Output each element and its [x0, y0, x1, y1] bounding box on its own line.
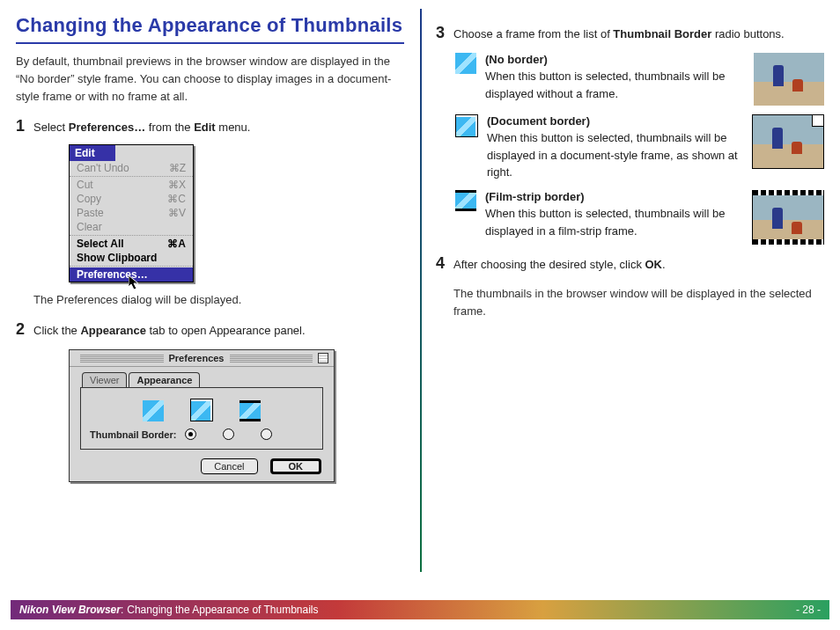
step-3: 3 Choose a frame from the list of Thumbn…	[436, 21, 824, 46]
ok-button: OK	[270, 458, 322, 474]
sample-none-image	[754, 53, 824, 106]
style-none-desc: When this button is selected, thumbnails…	[485, 68, 740, 102]
thumb-preview-none-icon	[143, 400, 164, 421]
right-column: 3 Choose a frame from the list of Thumbn…	[420, 14, 824, 593]
step-1-number: 1	[16, 114, 33, 139]
step-4-text: After choosing the desired style, click …	[453, 256, 824, 274]
thumbnail-border-label: Thumbnail Border:	[90, 429, 176, 440]
tab-appearance: Appearance	[129, 372, 200, 387]
svg-marker-0	[129, 275, 138, 289]
footer-page-number: - 28 -	[796, 604, 821, 616]
step-2-number: 2	[16, 318, 33, 342]
window-collapse-icon	[318, 353, 328, 363]
column-divider	[420, 9, 422, 572]
style-document-border: (Document border) When this button is se…	[455, 113, 824, 181]
step-4-number: 4	[436, 252, 453, 276]
thumbnail-border-bold: Thumbnail Border	[613, 27, 711, 40]
menu-paste: Paste⌘V	[70, 206, 193, 220]
intro-text: By default, thumbnail previews in the br…	[16, 53, 404, 106]
menu-show-clipboard: Show Clipboard	[70, 251, 193, 265]
footer-title: Changing the Appearance of Thumbnails	[127, 604, 318, 616]
step-2-text: Click the Appearance tab to open Appeara…	[33, 322, 404, 340]
style-film-desc: When this button is selected, thumbnails…	[485, 205, 738, 239]
thumb-preview-doc-icon	[190, 399, 213, 421]
step-1-text: Select Preferences… from the Edit menu.	[33, 119, 404, 136]
radio-document-border	[223, 429, 234, 440]
ok-bold: OK	[645, 258, 663, 271]
edit-bold: Edit	[194, 121, 216, 134]
prefs-panel: Thumbnail Border:	[80, 387, 323, 450]
style-film-name: (Film-strip border)	[485, 188, 738, 206]
thumb-preview-film-icon	[239, 400, 261, 421]
step-3-number: 3	[436, 21, 453, 46]
style-doc-icon	[455, 114, 478, 137]
footer-product: Nikon View Browser	[19, 604, 121, 616]
sample-doc-image	[752, 114, 824, 169]
menu-copy: Copy⌘C	[70, 192, 193, 206]
sample-film-image	[752, 190, 824, 245]
menu-select-all: Select All⌘A	[70, 237, 193, 251]
style-no-border: (No border) When this button is selected…	[455, 51, 824, 106]
page-footer: Nikon View Browser : Changing the Appear…	[11, 600, 829, 619]
prefs-titlebar: Preferences	[70, 350, 334, 367]
radio-no-border	[185, 429, 196, 440]
style-filmstrip-border: (Film-strip border) When this button is …	[455, 188, 824, 245]
footer-sep: :	[121, 604, 123, 616]
menu-cut: Cut⌘X	[70, 178, 193, 192]
edit-menu-screenshot: Edit Can't Undo⌘Z Cut⌘X Copy⌘C Paste⌘V C…	[69, 144, 194, 282]
style-doc-name: (Document border)	[487, 113, 738, 130]
cancel-button: Cancel	[201, 458, 257, 474]
style-doc-desc: When this button is selected, thumbnails…	[487, 129, 738, 181]
menu-clear: Clear	[70, 220, 193, 234]
step-3-text: Choose a frame from the list of Thumbnai…	[453, 26, 824, 43]
preferences-dialog-screenshot: Preferences Viewer Appearance Thumbnail …	[69, 349, 335, 482]
left-column: Changing the Appearance of Thumbnails By…	[16, 14, 420, 593]
preferences-bold: Preferences…	[69, 121, 145, 134]
tab-viewer: Viewer	[82, 372, 127, 387]
style-none-icon	[455, 53, 476, 74]
style-film-icon	[455, 190, 476, 211]
prefs-title: Preferences	[169, 353, 225, 363]
menu-undo: Can't Undo⌘Z	[70, 161, 193, 175]
step-1-result: The Preferences dialog will be displayed…	[33, 291, 404, 309]
page-body: Changing the Appearance of Thumbnails By…	[0, 0, 840, 593]
radio-filmstrip-border	[261, 429, 272, 440]
appearance-bold: Appearance	[80, 324, 145, 337]
step-2: 2 Click the Appearance tab to open Appea…	[16, 318, 404, 342]
section-title: Changing the Appearance of Thumbnails	[16, 14, 404, 44]
style-none-name: (No border)	[485, 51, 740, 69]
step-4: 4 After choosing the desired style, clic…	[436, 252, 824, 276]
step-1: 1 Select Preferences… from the Edit menu…	[16, 114, 404, 139]
edit-menu-title: Edit	[70, 145, 115, 161]
step-4-result: The thumbnails in the browser window wil…	[453, 285, 824, 320]
